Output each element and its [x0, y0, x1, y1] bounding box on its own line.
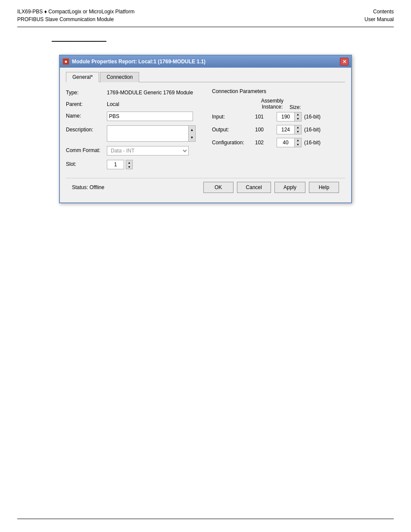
- status-value: Offline: [90, 184, 104, 190]
- cancel-button[interactable]: Cancel: [237, 182, 271, 193]
- help-button[interactable]: Help: [309, 182, 339, 193]
- conn-output-bit-label: (16-bit): [304, 127, 321, 133]
- conn-header-row: Assembly Instance: Size:: [212, 98, 345, 110]
- conn-config-size-down[interactable]: ▼: [295, 143, 301, 147]
- footer-divider: [17, 519, 394, 519]
- conn-params-title: Connection Parameters: [212, 88, 345, 94]
- slot-down-button[interactable]: ▼: [126, 165, 132, 169]
- conn-input-size[interactable]: [277, 112, 295, 121]
- tab-general[interactable]: General*: [66, 72, 99, 82]
- header-line2: PROFIBUS Slave Communication Module: [17, 16, 134, 23]
- name-label: Name:: [66, 112, 107, 119]
- assembly-header: Assembly Instance:: [255, 98, 290, 110]
- conn-output-size-up[interactable]: ▲: [295, 125, 301, 130]
- status-bar: Status: Offline OK Cancel Apply Help: [66, 178, 345, 196]
- dialog-app-icon: ■: [62, 58, 69, 65]
- conn-output-label: Output:: [212, 127, 255, 133]
- conn-output-size-spinner: ▲ ▼: [295, 125, 302, 134]
- button-group: OK Cancel Apply Help: [203, 182, 339, 193]
- form-left: Type: 1769-MODULE Generic 1769 Module Pa…: [66, 88, 208, 174]
- dialog-titlebar: ■ Module Properties Report: Local:1 (176…: [60, 56, 351, 68]
- conn-config-row: Configuration: 102 ▲ ▼ (16-bit): [212, 138, 345, 147]
- conn-output-instance: 100: [255, 127, 277, 133]
- conn-input-size-down[interactable]: ▼: [295, 117, 301, 121]
- conn-output-size[interactable]: [277, 125, 295, 134]
- conn-output-row: Output: 100 ▲ ▼ (16-bit): [212, 125, 345, 134]
- description-scroll-buttons: ▲ ▼: [189, 125, 196, 142]
- conn-params-table: Assembly Instance: Size: Input: 101 ▲: [212, 98, 345, 147]
- status-label: Status:: [72, 184, 90, 190]
- conn-config-instance: 102: [255, 140, 277, 146]
- header-right-line1: Contents: [364, 8, 394, 16]
- conn-config-bit-label: (16-bit): [304, 140, 321, 146]
- tab-connection[interactable]: Connection: [100, 72, 139, 82]
- titlebar-left: ■ Module Properties Report: Local:1 (176…: [62, 58, 206, 65]
- form-area: Type: 1769-MODULE Generic 1769 Module Pa…: [66, 88, 345, 174]
- comm-format-row: Comm Format: Data - INT: [66, 146, 199, 156]
- dialog-content: General* Connection Type: 1769-MODULE Ge…: [60, 68, 351, 202]
- slot-up-button[interactable]: ▲: [126, 160, 132, 165]
- slot-spinner-buttons: ▲ ▼: [126, 160, 133, 169]
- desc-scroll-up[interactable]: ▲: [189, 126, 195, 134]
- dialog-close-button[interactable]: ✕: [340, 58, 349, 65]
- slot-input[interactable]: [107, 160, 124, 169]
- header-line1: ILX69-PBS ♦ CompactLogix or MicroLogix P…: [17, 8, 134, 16]
- tab-bar: General* Connection: [66, 72, 345, 82]
- conn-config-size[interactable]: [277, 138, 295, 147]
- conn-input-size-spinner: ▲ ▼: [295, 112, 302, 121]
- description-label: Description:: [66, 125, 107, 133]
- header-left: ILX69-PBS ♦ CompactLogix or MicroLogix P…: [17, 8, 134, 23]
- assembly-line1: Assembly: [255, 98, 290, 104]
- conn-config-label: Configuration:: [212, 140, 255, 146]
- type-value: 1769-MODULE Generic 1769 Module: [107, 88, 193, 96]
- desc-input-row: ▲ ▼: [107, 125, 196, 142]
- conn-input-bit-label: (16-bit): [304, 114, 321, 120]
- type-label: Type:: [66, 88, 107, 96]
- desc-scroll-down[interactable]: ▼: [189, 134, 195, 141]
- name-row: Name:: [66, 112, 199, 121]
- description-textarea[interactable]: [107, 125, 189, 142]
- header-divider: [17, 27, 394, 27]
- conn-input-size-up[interactable]: ▲: [295, 112, 301, 117]
- header-right-line2: User Manual: [364, 16, 394, 23]
- conn-input-label: Input:: [212, 114, 255, 120]
- comm-format-container: Data - INT: [107, 146, 189, 156]
- slot-spinner: ▲ ▼: [107, 160, 133, 169]
- type-row: Type: 1769-MODULE Generic 1769 Module: [66, 88, 199, 96]
- conn-input-row: Input: 101 ▲ ▼ (16-bit): [212, 112, 345, 121]
- parent-value: Local: [107, 100, 119, 107]
- assembly-line2: Instance:: [255, 104, 290, 110]
- comm-format-select[interactable]: Data - INT: [107, 146, 189, 156]
- apply-button[interactable]: Apply: [274, 182, 305, 193]
- dialog-wrapper: ■ Module Properties Report: Local:1 (176…: [0, 55, 411, 203]
- ok-button[interactable]: OK: [203, 182, 234, 193]
- conn-config-size-spinner: ▲ ▼: [295, 138, 302, 147]
- page-header: ILX69-PBS ♦ CompactLogix or MicroLogix P…: [0, 0, 411, 27]
- conn-input-instance: 101: [255, 114, 277, 120]
- parent-label: Parent:: [66, 100, 107, 107]
- size-header: Size:: [290, 104, 301, 110]
- description-row: Description: ▲ ▼: [66, 125, 199, 142]
- parent-row: Parent: Local: [66, 100, 199, 107]
- header-right: Contents User Manual: [364, 8, 394, 23]
- slot-label: Slot:: [66, 160, 107, 167]
- name-input[interactable]: [107, 112, 193, 121]
- slot-row: Slot: ▲ ▼: [66, 160, 199, 169]
- dialog-title: Module Properties Report: Local:1 (1769-…: [72, 59, 206, 65]
- status-text: Status: Offline: [72, 184, 104, 190]
- conn-config-size-up[interactable]: ▲: [295, 138, 301, 143]
- form-right: Connection Parameters Assembly Instance:…: [208, 88, 345, 174]
- conn-output-size-down[interactable]: ▼: [295, 130, 301, 134]
- description-container: ▲ ▼: [107, 125, 196, 142]
- underline-text: ___________________: [52, 36, 394, 42]
- comm-format-label: Comm Format:: [66, 146, 107, 153]
- module-properties-dialog: ■ Module Properties Report: Local:1 (176…: [59, 55, 352, 203]
